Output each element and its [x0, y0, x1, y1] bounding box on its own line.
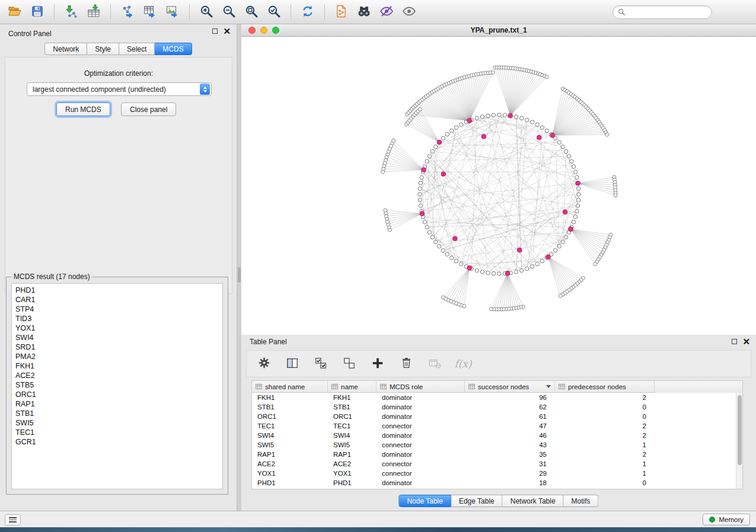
mcds-result-item[interactable]: STP4: [15, 305, 219, 314]
table-cell[interactable]: 2: [555, 422, 655, 430]
scrollbar-thumb[interactable]: [738, 395, 742, 465]
table-cell[interactable]: ORC1: [252, 413, 328, 420]
function-builder-button[interactable]: f(x): [454, 355, 472, 373]
table-cell[interactable]: SWI5: [328, 441, 377, 448]
mcds-result-item[interactable]: STB1: [15, 409, 219, 418]
table-cell[interactable]: 31: [465, 460, 555, 467]
refresh-button[interactable]: [296, 2, 319, 22]
table-cell[interactable]: FKH1: [328, 394, 377, 401]
mcds-result-list[interactable]: PHD1CAR1STP4TID3YOX1SWI4SRD1PMA2FKH1ACE2…: [11, 283, 223, 489]
table-cell[interactable]: PHD1: [328, 479, 377, 486]
mcds-result-item[interactable]: TID3: [15, 314, 219, 323]
tab-network[interactable]: Network: [44, 43, 87, 55]
table-cell[interactable]: dominator: [377, 479, 465, 486]
mcds-result-item[interactable]: GCR1: [15, 437, 219, 447]
open-button[interactable]: [4, 2, 26, 22]
table-row[interactable]: ORC1ORC1dominator610: [252, 412, 736, 421]
table-cell[interactable]: dominator: [377, 413, 465, 420]
table-cell[interactable]: 2: [555, 432, 655, 439]
export-table-button[interactable]: [139, 2, 161, 22]
search-input[interactable]: [629, 8, 707, 15]
table-settings-button[interactable]: [255, 355, 273, 373]
table-row[interactable]: TEC1TEC1connector472: [252, 421, 736, 431]
save-button[interactable]: [26, 2, 49, 22]
memory-button[interactable]: Memory: [703, 514, 750, 525]
table-cell[interactable]: 1: [555, 470, 655, 477]
show-columns-button[interactable]: [283, 355, 301, 373]
table-cell[interactable]: connector: [377, 460, 465, 467]
panel-splitter[interactable]: [237, 24, 241, 511]
table-cell[interactable]: 62: [465, 403, 555, 411]
tab-mcds[interactable]: MCDS: [155, 43, 192, 55]
table-cell[interactable]: 2: [555, 394, 655, 401]
table-cell[interactable]: 43: [465, 441, 555, 448]
float-panel-icon[interactable]: [212, 28, 218, 34]
table-row[interactable]: PHD1PHD1dominator180: [252, 478, 736, 488]
table-cell[interactable]: connector: [377, 422, 465, 430]
table-row[interactable]: ACE2ACE2connector311: [252, 459, 736, 469]
table-cell[interactable]: ACE2: [328, 460, 377, 467]
table-cell[interactable]: dominator: [377, 394, 465, 401]
zoom-fit-button[interactable]: [240, 2, 263, 22]
table-cell[interactable]: PHD1: [252, 479, 328, 486]
mcds-result-item[interactable]: ACE2: [15, 371, 219, 380]
mcds-result-item[interactable]: SWI4: [15, 333, 219, 342]
table-cell[interactable]: SWI5: [252, 441, 328, 448]
table-cell[interactable]: 0: [555, 413, 655, 420]
table-cell[interactable]: ACE2: [252, 460, 328, 467]
table-row[interactable]: FKH1FKH1dominator962: [252, 393, 736, 402]
search-network-button[interactable]: [353, 2, 375, 22]
table-cell[interactable]: YOX1: [252, 470, 328, 477]
table-cell[interactable]: STB1: [328, 403, 377, 411]
mcds-result-item[interactable]: RAP1: [15, 399, 219, 409]
status-menu-button[interactable]: [5, 514, 21, 525]
export-network-button[interactable]: [116, 2, 139, 22]
table-cell[interactable]: 18: [465, 479, 555, 486]
column-header-mcds-role[interactable]: MCDS role: [377, 381, 465, 393]
mcds-result-item[interactable]: CAR1: [15, 295, 219, 305]
quick-search-box[interactable]: [613, 5, 712, 19]
close-panel-icon[interactable]: ✕: [742, 339, 750, 344]
table-cell[interactable]: YOX1: [328, 470, 377, 477]
clone-network-button[interactable]: [330, 2, 353, 22]
table-cell[interactable]: SWI4: [328, 432, 377, 439]
tab-edge-table[interactable]: Edge Table: [451, 495, 503, 507]
zoom-selected-button[interactable]: [263, 2, 285, 22]
float-panel-icon[interactable]: [732, 339, 737, 344]
network-window-titlebar[interactable]: YPA_prune.txt_1: [241, 24, 756, 37]
table-cell[interactable]: 29: [465, 470, 555, 477]
table-cell[interactable]: RAP1: [328, 451, 377, 458]
tab-select[interactable]: Select: [119, 43, 155, 55]
close-panel-button[interactable]: Close panel: [121, 102, 176, 116]
table-cell[interactable]: 47: [465, 422, 555, 430]
hide-graphics-details-button[interactable]: [375, 2, 398, 22]
table-cell[interactable]: 46: [465, 432, 555, 439]
table-cell[interactable]: 0: [555, 403, 655, 411]
column-header-successor-nodes[interactable]: successor nodes: [465, 381, 555, 393]
mcds-result-item[interactable]: FKH1: [15, 361, 219, 371]
select-all-button[interactable]: [312, 355, 330, 373]
mcds-result-item[interactable]: SWI5: [15, 418, 219, 428]
column-header-name[interactable]: name: [328, 381, 377, 393]
network-canvas[interactable]: [241, 37, 756, 335]
import-network-button[interactable]: [60, 2, 82, 22]
import-table-button[interactable]: [82, 2, 105, 22]
table-cell[interactable]: SWI4: [252, 432, 328, 439]
table-cell[interactable]: 1: [555, 460, 655, 467]
column-header-shared-name[interactable]: shared name: [252, 381, 328, 393]
delete-column-button[interactable]: [397, 355, 415, 373]
table-row[interactable]: SWI4SWI4dominator462: [252, 431, 736, 440]
mcds-result-item[interactable]: YOX1: [15, 323, 219, 333]
mcds-result-item[interactable]: PMA2: [15, 352, 219, 361]
mcds-result-item[interactable]: ORC1: [15, 390, 219, 399]
table-cell[interactable]: 2: [555, 451, 655, 458]
tab-network-table[interactable]: Network Table: [503, 495, 564, 507]
table-cell[interactable]: connector: [377, 441, 465, 448]
table-cell[interactable]: TEC1: [252, 422, 328, 430]
run-mcds-button[interactable]: Run MCDS: [56, 102, 110, 116]
table-cell[interactable]: 35: [465, 451, 555, 458]
splitter-handle[interactable]: [238, 267, 241, 283]
table-row[interactable]: SWI5SWI5connector431: [252, 440, 736, 450]
table-cell[interactable]: RAP1: [252, 451, 328, 458]
table-cell[interactable]: 0: [555, 479, 655, 486]
